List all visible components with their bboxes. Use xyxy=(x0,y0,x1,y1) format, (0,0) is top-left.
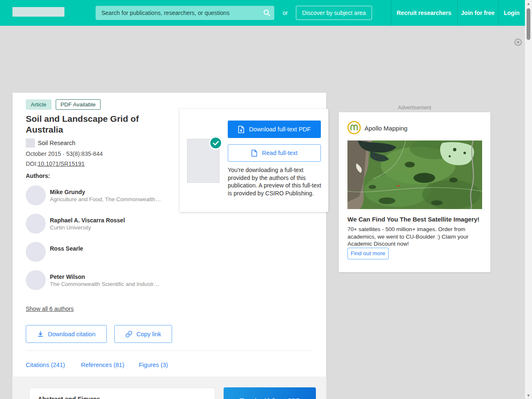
avatar[interactable] xyxy=(26,242,46,262)
ad-brand-name[interactable]: Apollo Mapping xyxy=(365,125,407,132)
journal-name: Soil Research xyxy=(38,140,75,146)
author-row[interactable]: Peter Wilson The Commonwealth Scientific… xyxy=(26,270,184,290)
copy-link-label: Copy link xyxy=(136,331,161,337)
author-affiliation: Agriculture and Food, The Commonwealth… xyxy=(50,196,164,202)
scroll-up-arrow-icon[interactable]: ▲ xyxy=(526,1,531,6)
publication-date: October 2015 · 53(8):835-844 xyxy=(26,150,103,157)
author-name[interactable]: Mike Grundy xyxy=(50,189,85,195)
close-icon[interactable] xyxy=(514,38,522,46)
content-section: Abstract and Figures Download full-text … xyxy=(12,377,326,399)
download-note: You're downloading a full-text provided … xyxy=(228,166,323,197)
avatar[interactable] xyxy=(26,214,46,234)
scroll-down-arrow-icon[interactable]: ▼ xyxy=(526,393,531,398)
ad-headline: We Can Find You The Best Satellite Image… xyxy=(347,216,481,223)
download-icon xyxy=(37,330,44,337)
journal-link[interactable]: Soil Research xyxy=(26,138,75,148)
nav-login[interactable]: Login xyxy=(498,0,525,26)
read-fulltext-button[interactable]: Read full-text xyxy=(228,144,321,162)
document-icon xyxy=(251,149,258,157)
download-fulltext-label: Download full-text PDF xyxy=(249,126,310,133)
download-panel: Download full-text PDF Read full-text Yo… xyxy=(180,109,328,212)
avatar[interactable] xyxy=(26,270,46,290)
authors-label: Authors: xyxy=(26,172,50,179)
doi-link[interactable]: 10.1071/SR15191 xyxy=(38,160,85,167)
author-row[interactable]: Raphael A. Viscarra Rossel Curtin Univer… xyxy=(26,214,184,234)
ad-card: Apollo Mapping W xyxy=(339,112,490,272)
tab-citations[interactable]: Citations (241) xyxy=(26,362,65,368)
download-citation-button[interactable]: Download citation xyxy=(26,325,107,343)
tab-references[interactable]: References (81) xyxy=(81,362,124,368)
author-affiliation: Curtin University xyxy=(50,224,164,231)
pdf-available-badge: PDF Available xyxy=(56,99,101,110)
check-icon xyxy=(209,136,222,150)
page-title: Soil and Landscape Grid of Australia xyxy=(26,113,171,135)
advertisement-label: Advertisement xyxy=(339,105,490,111)
find-out-more-button[interactable]: Find out more xyxy=(347,248,389,259)
author-row[interactable]: Mike Grundy Agriculture and Food, The Co… xyxy=(26,185,184,205)
avatar[interactable] xyxy=(26,185,46,205)
article-type-badge: Article xyxy=(26,99,52,110)
download-fulltext-pdf-button[interactable]: Download full-text PDF xyxy=(228,121,321,138)
apollo-mapping-logo[interactable] xyxy=(347,121,361,135)
researchgate-logo[interactable] xyxy=(12,7,64,17)
satellite-image[interactable] xyxy=(347,140,482,209)
doi-label: DOI: xyxy=(26,160,38,167)
search-input[interactable] xyxy=(96,6,274,20)
read-fulltext-label: Read full-text xyxy=(262,150,297,156)
tab-figures[interactable]: Figures (3) xyxy=(139,362,168,368)
show-all-authors-link[interactable]: Show all 6 authors xyxy=(26,305,74,312)
ad-body-text: 70+ satellites - 500 million+ images. Or… xyxy=(347,226,481,248)
abstract-section-title: Abstract and Figures xyxy=(38,395,100,399)
sticky-download-label: Download full-text PDF xyxy=(224,397,316,399)
doi-line: DOI:10.1071/SR15191 xyxy=(26,160,85,167)
copy-link-button[interactable]: Copy link xyxy=(114,325,172,343)
top-navbar: or Discover by subject area Recruit rese… xyxy=(0,0,525,26)
vertical-scrollbar[interactable]: ▲ ▼ xyxy=(525,0,532,399)
page: or Discover by subject area Recruit rese… xyxy=(0,0,532,399)
sticky-download-fulltext-button[interactable]: Download full-text PDF xyxy=(224,387,316,399)
author-name[interactable]: Peter Wilson xyxy=(50,273,85,280)
file-download-icon xyxy=(238,126,245,133)
search-icon[interactable] xyxy=(263,9,271,17)
download-citation-label: Download citation xyxy=(48,331,95,337)
abstract-card: Abstract and Figures xyxy=(29,388,215,399)
discover-by-subject-button[interactable]: Discover by subject area xyxy=(296,6,372,20)
nav-recruit-researchers[interactable]: Recruit researchers xyxy=(391,0,457,26)
author-affiliation: The Commonwealth Scientific and Industr… xyxy=(50,281,164,287)
nav-join-for-free[interactable]: Join for free xyxy=(457,0,498,26)
author-name[interactable]: Ross Searle xyxy=(50,245,83,252)
journal-icon xyxy=(26,138,35,148)
scrollbar-thumb[interactable] xyxy=(527,8,530,40)
divider xyxy=(26,350,312,351)
link-icon xyxy=(125,330,133,338)
or-label: or xyxy=(283,10,288,16)
search-box xyxy=(96,6,274,20)
author-row[interactable]: Ross Searle xyxy=(26,242,184,262)
author-name[interactable]: Raphael A. Viscarra Rossel xyxy=(50,217,125,224)
